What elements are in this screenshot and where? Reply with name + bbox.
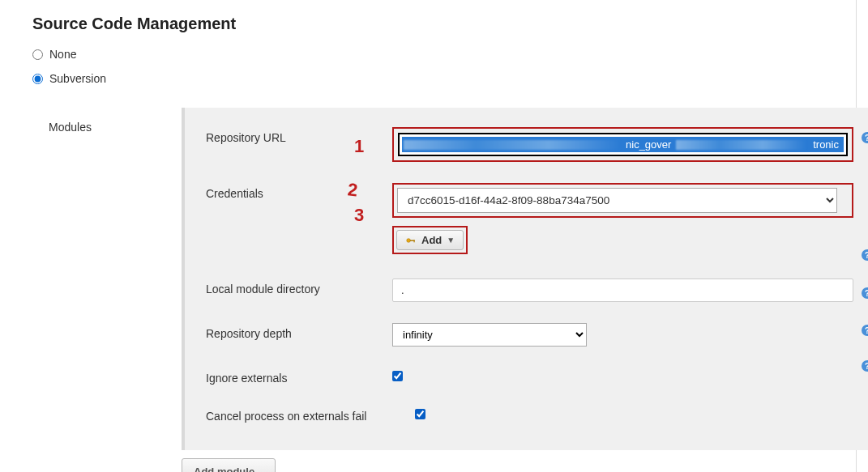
repo-url-input-wrapper[interactable]: nic_gover tronic (398, 133, 848, 156)
redacted-url-segment-2 (676, 140, 806, 150)
label-depth: Repository depth (206, 323, 392, 340)
local-dir-input[interactable] (392, 279, 853, 302)
row-local-dir: Local module directory ? (185, 279, 868, 302)
depth-select[interactable]: infinity (392, 323, 587, 347)
scm-radio-group: None Subversion (0, 48, 868, 108)
module-panel: Repository URL nic_gover tronic (182, 108, 868, 450)
svg-rect-2 (414, 240, 415, 242)
help-icon[interactable]: ? (862, 287, 868, 299)
row-add-credentials: Add ▼ (185, 226, 868, 254)
label-local-dir: Local module directory (206, 279, 392, 296)
add-module-button[interactable]: Add module... (182, 458, 276, 472)
label-repo-url: Repository URL (206, 127, 392, 144)
credentials-select[interactable]: d7cc6015-d16f-44a2-8f09-88ba734a7500 (397, 188, 837, 213)
radio-subversion[interactable] (32, 74, 43, 84)
add-credentials-button[interactable]: Add ▼ (396, 230, 464, 250)
help-icon[interactable]: ? (862, 132, 868, 143)
row-depth: Repository depth infinity ? (185, 323, 868, 347)
help-icon[interactable]: ? (862, 249, 868, 261)
annotation-box-1: nic_gover tronic (392, 127, 853, 162)
url-mid-text: nic_gover (626, 138, 671, 151)
label-ignore-externals: Ignore externals (206, 368, 392, 385)
label-cancel-on-fail: Cancel process on externals fail (206, 406, 415, 423)
help-icon[interactable]: ? (862, 325, 868, 336)
label-credentials: Credentials (206, 183, 392, 200)
scm-option-none[interactable]: None (32, 48, 868, 61)
label-empty (206, 226, 392, 230)
svg-point-0 (407, 238, 411, 242)
cancel-on-fail-checkbox[interactable] (415, 409, 425, 419)
add-button-label: Add (421, 234, 442, 246)
annotation-box-3: Add ▼ (392, 226, 468, 254)
scm-option-subversion[interactable]: Subversion (32, 72, 868, 85)
radio-none[interactable] (32, 49, 43, 60)
modules-section-label: Modules (0, 108, 182, 472)
radio-subversion-label: Subversion (49, 72, 106, 85)
row-ignore-externals: Ignore externals ? (185, 368, 868, 385)
row-cancel-on-fail: Cancel process on externals fail ? (185, 406, 868, 423)
row-credentials: Credentials d7cc6015-d16f-44a2-8f09-88ba… (185, 183, 868, 218)
section-title: Source Code Management (0, 0, 868, 48)
repo-url-input[interactable]: nic_gover tronic (402, 137, 844, 152)
key-icon (405, 235, 417, 246)
help-icon[interactable]: ? (862, 360, 868, 372)
url-suffix-text: tronic (811, 138, 840, 151)
modules-section: Modules Repository URL nic_gover tronic (0, 108, 868, 472)
annotation-box-2: d7cc6015-d16f-44a2-8f09-88ba734a7500 (392, 183, 853, 218)
ignore-externals-checkbox[interactable] (392, 371, 403, 381)
redacted-url-segment (404, 140, 621, 150)
row-repo-url: Repository URL nic_gover tronic (185, 127, 868, 162)
caret-down-icon: ▼ (447, 236, 455, 245)
radio-none-label: None (49, 48, 76, 61)
